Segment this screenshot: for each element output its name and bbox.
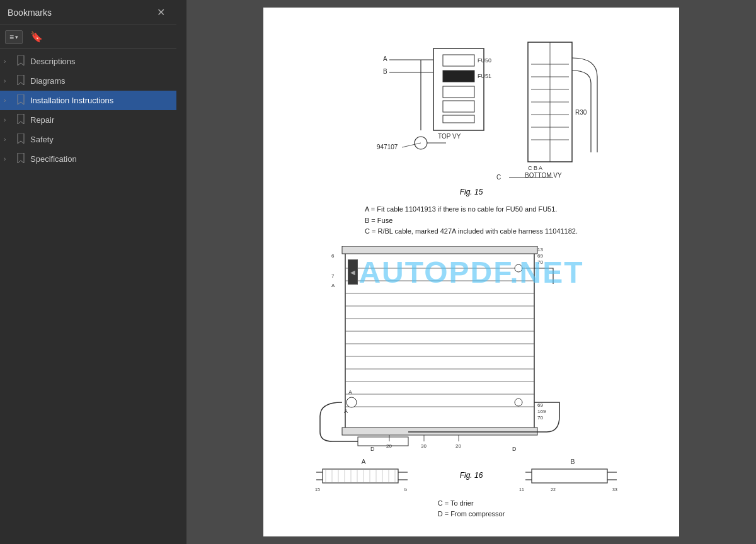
svg-rect-7 xyxy=(443,86,474,98)
bottom-captions: C = To drier D = From compressor xyxy=(438,498,505,520)
sidebar-item-installation-instructions[interactable]: ›Installation Instructions xyxy=(0,91,176,110)
bookmark-page-icon-safety xyxy=(16,133,28,145)
svg-rect-91 xyxy=(532,469,607,483)
expand-icon-repair: › xyxy=(4,116,14,123)
svg-text:15: 15 xyxy=(315,487,320,492)
svg-text:R30: R30 xyxy=(575,109,587,116)
pdf-page: AUTOPDF.NET A B xyxy=(263,8,679,536)
sidebar-item-repair[interactable]: ›Repair xyxy=(0,110,176,130)
svg-text:69: 69 xyxy=(537,402,543,408)
bookmark-page-icon-installation-instructions xyxy=(16,94,28,106)
expand-icon-diagrams: › xyxy=(4,77,14,84)
main-content: AUTOPDF.NET A B xyxy=(186,0,756,544)
collapse-sidebar-button[interactable]: ◀ xyxy=(348,259,358,285)
sidebar-item-diagrams[interactable]: ›Diagrams xyxy=(0,71,176,91)
bookmark-icon[interactable]: 🔖 xyxy=(26,29,47,45)
svg-rect-8 xyxy=(443,101,474,112)
svg-text:D: D xyxy=(370,446,375,452)
fig15-label: Fig. 15 xyxy=(460,188,483,196)
caption-text-fig15: A = Fit cable 11041913 if there is no ca… xyxy=(365,204,578,237)
expand-icon-safety: › xyxy=(4,136,14,143)
sidebar-item-specification[interactable]: ›Specification xyxy=(0,149,176,169)
svg-text:11: 11 xyxy=(519,487,524,492)
fig16-label: Fig. 16 xyxy=(460,471,483,480)
caption-b: B = Fuse xyxy=(365,215,578,227)
caption-c2: C = To drier xyxy=(438,498,505,509)
bookmark-page-icon-diagrams xyxy=(16,75,28,87)
svg-text:A: A xyxy=(383,55,387,62)
svg-text:33: 33 xyxy=(612,487,617,492)
sidebar-item-descriptions[interactable]: ›Descriptions xyxy=(0,52,176,71)
caption-c: C = R/BL cable, marked 427A included wit… xyxy=(365,226,578,237)
svg-point-53 xyxy=(515,399,522,406)
figure-15-diagram: A B FU50 FU51 xyxy=(289,26,654,184)
svg-text:169: 169 xyxy=(537,409,546,414)
close-sidebar-button[interactable]: ✕ xyxy=(153,5,169,20)
caption-d: D = From compressor xyxy=(438,509,505,520)
bookmark-page-icon-repair xyxy=(16,114,28,126)
svg-point-47 xyxy=(346,397,357,407)
view-icon: ≡ xyxy=(9,33,14,42)
svg-text:22: 22 xyxy=(551,487,556,492)
sidebar-item-label-diagrams: Diagrams xyxy=(30,76,171,86)
bookmarks-list: ›Descriptions›Diagrams›Installation Inst… xyxy=(0,49,176,544)
sidebar-item-label-descriptions: Descriptions xyxy=(30,57,171,66)
svg-rect-6 xyxy=(443,71,474,82)
caption-a: A = Fit cable 11041913 if there is no ca… xyxy=(365,204,578,215)
svg-text:A: A xyxy=(348,389,352,395)
svg-text:B: B xyxy=(383,68,387,75)
svg-text:13: 13 xyxy=(537,247,543,252)
figure-16-evaporator-diagram: A A D 13 69 70 69 169 xyxy=(289,246,654,454)
svg-text:C   B   A: C B A xyxy=(528,165,542,171)
svg-rect-46 xyxy=(342,428,537,435)
view-options-button[interactable]: ≡ ▾ xyxy=(5,30,23,44)
sidebar-item-safety[interactable]: ›Safety xyxy=(0,130,176,149)
svg-rect-71 xyxy=(323,469,398,483)
sidebar-item-label-specification: Specification xyxy=(30,154,171,164)
svg-rect-45 xyxy=(342,246,537,254)
svg-text:30: 30 xyxy=(421,443,427,449)
svg-text:C: C xyxy=(496,174,501,181)
sidebar: Bookmarks ✕ ≡ ▾ 🔖 ›Descriptions›Diagrams… xyxy=(0,0,176,544)
svg-text:A: A xyxy=(362,458,366,465)
svg-text:7: 7 xyxy=(331,273,335,279)
svg-point-52 xyxy=(515,264,522,272)
svg-text:A: A xyxy=(344,408,348,414)
sidebar-title: Bookmarks xyxy=(8,8,52,18)
figure-15-section: A B FU50 FU51 xyxy=(289,26,654,246)
svg-text:TOP VY: TOP VY xyxy=(438,133,461,140)
svg-text:A: A xyxy=(331,283,335,288)
expand-icon-descriptions: › xyxy=(4,58,14,65)
svg-text:947107: 947107 xyxy=(377,144,398,150)
svg-text:20: 20 xyxy=(455,443,461,449)
svg-text:70: 70 xyxy=(537,415,543,421)
svg-text:20: 20 xyxy=(386,443,392,449)
sidebar-item-label-repair: Repair xyxy=(30,115,171,125)
figure-16-section: A A D 13 69 70 69 169 xyxy=(289,246,654,520)
svg-text:70: 70 xyxy=(537,259,543,265)
sidebar-item-label-installation-instructions: Installation Instructions xyxy=(30,96,171,105)
svg-rect-49 xyxy=(358,437,408,446)
svg-text:FU50: FU50 xyxy=(478,57,491,64)
sidebar-header: Bookmarks ✕ xyxy=(0,0,176,25)
svg-text:6: 6 xyxy=(331,253,335,259)
svg-text:69: 69 xyxy=(537,253,543,259)
svg-text:D: D xyxy=(512,446,517,452)
expand-icon-installation-instructions: › xyxy=(4,97,14,104)
svg-rect-5 xyxy=(443,55,474,66)
sidebar-item-label-safety: Safety xyxy=(30,135,171,144)
svg-rect-9 xyxy=(443,115,474,123)
svg-rect-32 xyxy=(345,252,534,429)
figure-16-a-diagram: A xyxy=(304,456,430,494)
svg-text:FU51: FU51 xyxy=(478,73,491,79)
sidebar-toolbar: ≡ ▾ 🔖 xyxy=(0,25,176,49)
bookmark-page-icon-descriptions xyxy=(16,55,28,67)
svg-text:B: B xyxy=(571,458,575,465)
figure-16-b-diagram: B 11 33 22 xyxy=(513,456,639,494)
dropdown-arrow-icon: ▾ xyxy=(15,34,18,40)
bookmark-page-icon-specification xyxy=(16,153,28,165)
svg-text:b: b xyxy=(404,487,407,492)
expand-icon-specification: › xyxy=(4,156,14,162)
